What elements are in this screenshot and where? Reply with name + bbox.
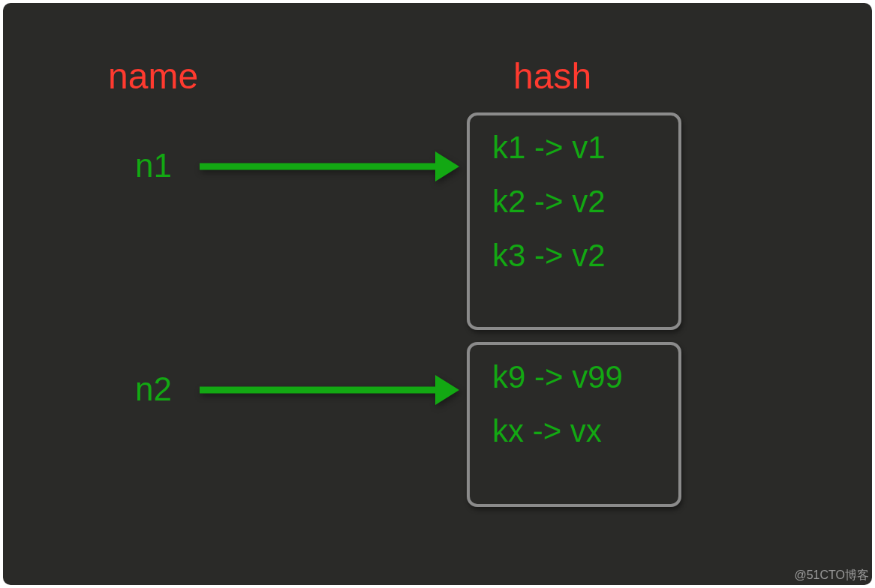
- hash-box-1: k1 -> v1 k2 -> v2 k3 -> v2: [467, 112, 681, 330]
- diagram-canvas: name hash n1 n2 k1 -> v1 k2 -> v2 k3 -> …: [3, 3, 872, 585]
- svg-marker-3: [435, 375, 459, 405]
- name-node-n2: n2: [135, 370, 172, 408]
- hash-entry: k1 -> v1: [492, 132, 659, 164]
- arrow-n2: [197, 369, 462, 411]
- name-node-n1: n1: [135, 147, 172, 184]
- watermark: @51CTO博客: [794, 568, 869, 584]
- hash-box-2: k9 -> v99 kx -> vx: [467, 342, 681, 507]
- hash-entry: k3 -> v2: [492, 240, 659, 272]
- arrow-n1: [197, 146, 462, 188]
- hash-entry: k9 -> v99: [492, 362, 659, 393]
- column-header-name: name: [108, 56, 198, 97]
- hash-entry: kx -> vx: [492, 416, 659, 447]
- column-header-hash: hash: [513, 56, 591, 97]
- svg-marker-1: [435, 152, 459, 182]
- hash-entry: k2 -> v2: [492, 186, 659, 218]
